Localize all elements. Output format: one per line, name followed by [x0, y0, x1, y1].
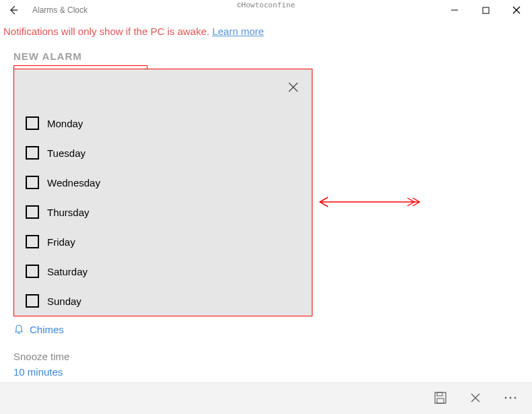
checkbox-icon [26, 146, 39, 160]
maximize-icon [482, 7, 490, 14]
day-label: Saturday [47, 266, 88, 277]
repeat-days-popup: Monday Tuesday Wednesday Thursday Friday… [13, 69, 312, 316]
day-label: Tuesday [47, 147, 86, 159]
annotation-arrow-icon [313, 195, 421, 209]
close-window-button[interactable] [501, 0, 532, 20]
svg-rect-7 [435, 392, 446, 403]
snooze-time-value[interactable]: 10 minutes [13, 366, 69, 378]
day-label: Sunday [47, 296, 81, 307]
save-button[interactable] [423, 382, 458, 414]
sound-setting[interactable]: Chimes [13, 321, 69, 337]
checkbox-icon [26, 176, 39, 189]
day-label: Monday [47, 118, 83, 129]
minimize-button[interactable] [439, 0, 470, 20]
close-icon [470, 392, 481, 403]
day-item-monday[interactable]: Monday [26, 108, 304, 138]
day-label: Friday [47, 236, 75, 248]
notification-text: Notifications will only show if the PC i… [3, 26, 212, 37]
svg-rect-1 [483, 7, 489, 13]
back-arrow-icon [8, 5, 19, 15]
day-item-tuesday[interactable]: Tuesday [26, 138, 304, 168]
save-icon [434, 391, 447, 405]
svg-rect-9 [437, 399, 444, 403]
svg-point-12 [505, 397, 507, 399]
day-item-saturday[interactable]: Saturday [26, 256, 304, 286]
watermark-text: ©Howtoconfine [237, 1, 295, 9]
window-controls [439, 0, 532, 20]
learn-more-link[interactable]: Learn more [212, 26, 264, 37]
day-item-sunday[interactable]: Sunday [26, 286, 304, 316]
new-alarm-heading: NEW ALARM [0, 42, 532, 63]
day-label: Thursday [47, 207, 90, 218]
day-item-friday[interactable]: Friday [26, 227, 304, 256]
checkbox-icon [26, 235, 39, 248]
popup-close-button[interactable] [281, 75, 305, 99]
svg-point-13 [510, 397, 512, 399]
alarm-settings-below: Chimes Snooze time 10 minutes [13, 321, 69, 378]
sound-label: Chimes [30, 324, 64, 335]
svg-point-14 [514, 397, 517, 399]
bell-icon [13, 324, 24, 335]
titlebar: Alarms & Clock ©Howtoconfine [0, 0, 532, 20]
app-title: Alarms & Clock [32, 5, 88, 15]
day-item-thursday[interactable]: Thursday [26, 197, 304, 227]
close-icon [512, 6, 521, 14]
day-label: Wednesday [47, 177, 100, 188]
more-icon [504, 396, 517, 400]
checkbox-icon [26, 205, 39, 219]
app-footer [0, 382, 532, 414]
notification-bar: Notifications will only show if the PC i… [0, 20, 532, 42]
checkbox-icon [26, 265, 39, 278]
day-list: Monday Tuesday Wednesday Thursday Friday… [22, 108, 304, 316]
maximize-button[interactable] [470, 0, 501, 20]
back-button[interactable] [4, 1, 23, 20]
day-item-wednesday[interactable]: Wednesday [26, 168, 304, 197]
snooze-time-label: Snooze time [13, 351, 69, 362]
checkbox-icon [26, 294, 39, 308]
svg-rect-8 [437, 392, 442, 396]
cancel-button[interactable] [458, 382, 493, 414]
more-button[interactable] [493, 382, 528, 414]
minimize-icon [451, 6, 459, 14]
checkbox-icon [26, 116, 39, 130]
close-icon [288, 82, 298, 92]
